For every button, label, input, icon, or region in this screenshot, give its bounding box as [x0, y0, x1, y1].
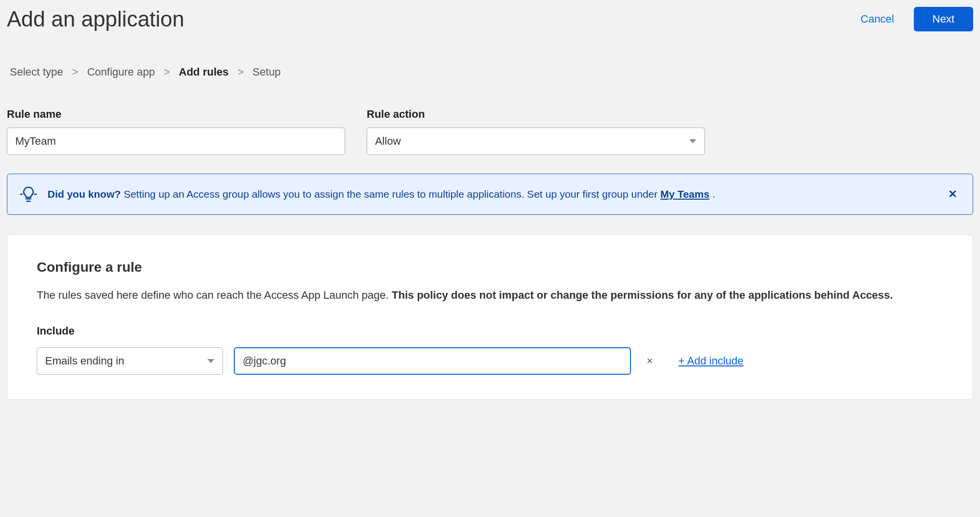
rule-name-label: Rule name — [7, 108, 345, 121]
rule-form-row: Rule name Rule action Allow — [7, 108, 973, 155]
remove-include-button[interactable]: × — [642, 355, 658, 367]
include-value-input[interactable] — [234, 347, 631, 375]
lightbulb-icon — [19, 185, 38, 204]
include-label: Include — [37, 325, 943, 337]
page-title: Add an application — [7, 7, 184, 31]
include-row: Emails ending in × + Add include — [37, 347, 943, 375]
cancel-button[interactable]: Cancel — [860, 13, 894, 26]
breadcrumb-select-type[interactable]: Select type — [10, 66, 63, 78]
rule-action-select[interactable]: Allow — [367, 128, 705, 155]
info-banner: Did you know? Setting up an Access group… — [7, 174, 973, 215]
rule-action-label: Rule action — [367, 108, 705, 121]
rule-action-select-wrap: Allow — [367, 128, 705, 155]
panel-description: The rules saved here define who can reac… — [37, 287, 943, 303]
chevron-right-icon: > — [237, 66, 244, 78]
panel-desc-plain: The rules saved here define who can reac… — [37, 289, 392, 301]
header-actions: Cancel Next — [860, 7, 973, 31]
breadcrumb-setup[interactable]: Setup — [252, 66, 281, 78]
panel-desc-bold: This policy does not impact or change th… — [392, 289, 893, 301]
configure-rule-panel: Configure a rule The rules saved here de… — [7, 234, 973, 400]
banner-text: Did you know? Setting up an Access group… — [48, 188, 934, 200]
chevron-right-icon: > — [164, 66, 170, 78]
chevron-right-icon: > — [72, 66, 78, 78]
banner-bold-prefix: Did you know? — [48, 188, 121, 200]
add-include-button[interactable]: + Add include — [678, 355, 744, 367]
rule-name-input[interactable] — [7, 128, 345, 155]
rule-action-group: Rule action Allow — [367, 108, 705, 155]
breadcrumb-add-rules[interactable]: Add rules — [179, 66, 228, 78]
next-button[interactable]: Next — [914, 7, 973, 31]
breadcrumb-configure-app[interactable]: Configure app — [87, 66, 155, 78]
close-icon[interactable]: ✕ — [944, 188, 961, 201]
banner-suffix: . — [709, 188, 715, 200]
page-header: Add an application Cancel Next — [7, 7, 973, 31]
include-type-select[interactable]: Emails ending in — [37, 347, 223, 375]
my-teams-link[interactable]: My Teams — [660, 188, 709, 200]
panel-title: Configure a rule — [37, 259, 943, 275]
breadcrumb: Select type > Configure app > Add rules … — [7, 66, 973, 78]
banner-body: Setting up an Access group allows you to… — [121, 188, 660, 200]
rule-name-group: Rule name — [7, 108, 345, 155]
include-type-wrap: Emails ending in — [37, 347, 223, 375]
